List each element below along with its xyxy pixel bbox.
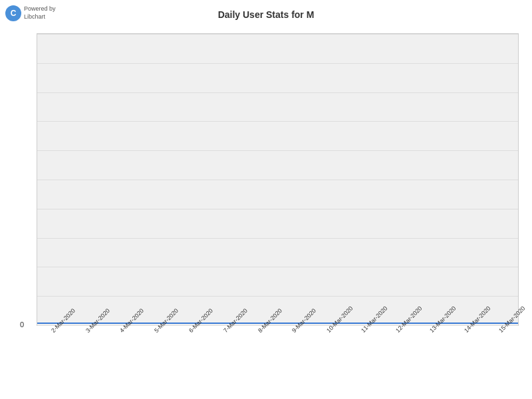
grid-line [37, 209, 518, 209]
y-axis-zero: 0 [20, 321, 24, 329]
x-label-wrapper: 6-Mar-2020 [174, 326, 209, 336]
x-label-wrapper: 8-Mar-2020 [243, 326, 278, 336]
x-label-wrapper: 11-Mar-2020 [346, 326, 381, 336]
x-axis: 2-Mar-20203-Mar-20204-Mar-20205-Mar-2020… [37, 326, 519, 396]
x-label-wrapper: 14-Mar-2020 [450, 326, 484, 336]
x-label-wrapper: 10-Mar-2020 [312, 326, 346, 336]
chart-container: C Powered by Libchart Daily User Stats f… [0, 0, 532, 399]
x-label-wrapper: 13-Mar-2020 [416, 326, 450, 336]
x-label-wrapper: 4-Mar-2020 [106, 326, 140, 336]
x-label-wrapper: 5-Mar-2020 [140, 326, 174, 336]
grid-line [37, 121, 518, 122]
grid-line [37, 92, 518, 93]
grid-line [37, 63, 518, 64]
x-label-wrapper: 9-Mar-2020 [277, 326, 312, 336]
x-label-wrapper: 12-Mar-2020 [381, 326, 416, 336]
x-label-wrapper: 15-Mar-2020 [484, 326, 519, 336]
chart-title: Daily User Stats for M [0, 9, 532, 20]
data-line [37, 323, 518, 324]
grid-line [37, 267, 518, 267]
grid-line [37, 150, 518, 151]
grid-line [37, 180, 518, 180]
grid-lines [37, 34, 518, 325]
chart-area [37, 33, 519, 326]
grid-line [37, 296, 518, 297]
x-label-wrapper: 7-Mar-2020 [209, 326, 243, 336]
grid-line [37, 238, 518, 239]
x-label-wrapper: 3-Mar-2020 [71, 326, 106, 336]
x-label-wrapper: 2-Mar-2020 [37, 326, 71, 336]
grid-line [37, 34, 518, 35]
